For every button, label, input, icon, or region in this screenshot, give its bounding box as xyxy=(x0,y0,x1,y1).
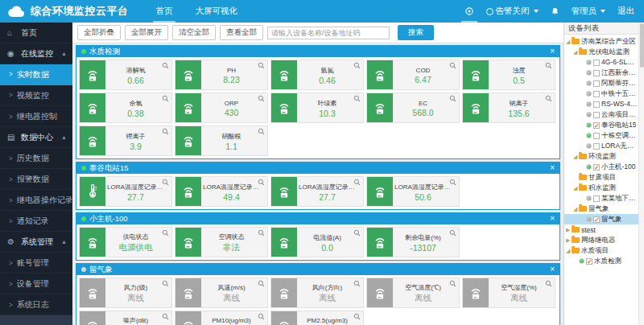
zoom-icon[interactable] xyxy=(353,95,361,102)
tree-node[interactable]: LORA无线采集监控 xyxy=(564,141,638,151)
tree-node[interactable]: 阿斯蒂芬气象站 xyxy=(564,78,638,88)
zoom-icon[interactable] xyxy=(258,229,265,237)
caret-icon[interactable]: ◢ xyxy=(566,39,572,44)
checkbox[interactable] xyxy=(593,80,600,87)
tree-node[interactable]: ◢ 济南某综合产业区 xyxy=(564,36,638,47)
checkbox[interactable] xyxy=(593,216,600,223)
zoom-icon[interactable] xyxy=(162,313,169,320)
logout-button[interactable]: 退出 xyxy=(617,0,634,23)
zoom-icon[interactable] xyxy=(545,95,552,102)
caret-icon[interactable]: ◢ xyxy=(573,49,579,55)
caret-icon[interactable]: ◢ xyxy=(566,248,572,253)
tree-node[interactable]: 云南项目温湿度记录 xyxy=(564,109,638,120)
zoom-icon[interactable] xyxy=(353,313,361,320)
checkbox[interactable] xyxy=(586,258,592,265)
tree-node[interactable]: 甘肃项目 xyxy=(564,172,638,183)
search-button[interactable]: 搜索 xyxy=(398,25,434,40)
tree-node[interactable]: ▶ 网络继电器 xyxy=(564,235,638,245)
tree-node[interactable]: ◢ 积水监测 xyxy=(564,183,638,193)
tree-node[interactable]: 留气象 xyxy=(564,214,638,224)
sidebar-item-7[interactable]: > 报警数据 ▲ xyxy=(0,169,72,190)
zoom-icon[interactable] xyxy=(258,128,265,135)
checkbox[interactable] xyxy=(593,133,600,139)
zoom-icon[interactable] xyxy=(258,313,265,320)
checkbox[interactable] xyxy=(593,70,600,76)
view-all-button[interactable]: 查看全部 xyxy=(220,25,263,40)
sidebar-item-1[interactable]: ◉ > 在线监控 ▲ xyxy=(0,43,72,64)
tree-node[interactable]: ◢ 环境监测 xyxy=(564,151,638,162)
sidebar-item-8[interactable]: > 继电器操作记录 ▲ xyxy=(0,190,72,211)
sidebar-item-10[interactable]: ⚙ > 系统管理 ▲ xyxy=(0,232,72,253)
zoom-icon[interactable] xyxy=(258,62,265,69)
zoom-icon[interactable] xyxy=(353,179,361,186)
zoom-icon[interactable] xyxy=(162,280,169,287)
zoom-icon[interactable] xyxy=(449,229,456,237)
checkbox[interactable] xyxy=(593,91,600,97)
caret-icon[interactable]: ◢ xyxy=(573,206,579,212)
search-input[interactable] xyxy=(267,27,390,39)
zoom-icon[interactable] xyxy=(258,179,265,186)
sidebar-item-13[interactable]: > 系统日志 ▲ xyxy=(0,294,72,315)
tree-node[interactable]: RS-WS-4G-6项目 xyxy=(564,99,638,109)
nav-home[interactable]: 首页 xyxy=(145,0,184,23)
tree-node[interactable]: ◢ 光伏电站监测 xyxy=(564,47,638,57)
zoom-icon[interactable] xyxy=(162,62,169,69)
zoom-icon[interactable] xyxy=(449,62,456,69)
checkbox[interactable] xyxy=(593,60,600,66)
tree-node[interactable]: ◢ 水质项目 xyxy=(564,245,638,256)
close-icon[interactable]: × xyxy=(550,47,555,56)
caret-icon[interactable]: ◢ xyxy=(573,154,579,159)
sidebar-item-2[interactable]: > 实时数据 ▲ xyxy=(0,64,72,85)
checkbox[interactable] xyxy=(593,143,600,150)
tree-node[interactable]: 中铁十五局光伏电站 xyxy=(564,88,638,99)
zoom-icon[interactable] xyxy=(353,229,361,237)
tree-node[interactable]: ◢ 留气象 xyxy=(564,204,638,214)
checkbox[interactable] xyxy=(593,101,600,108)
zoom-icon[interactable] xyxy=(162,95,169,102)
expand-all-button[interactable]: 全部展开 xyxy=(125,25,168,40)
sidebar-item-12[interactable]: > 设备管理 ▲ xyxy=(0,274,72,294)
checkbox[interactable] xyxy=(593,195,600,202)
collapse-all-button[interactable]: 全部折叠 xyxy=(77,25,121,40)
scrollbar-thumb[interactable] xyxy=(640,23,644,68)
sidebar-item-4[interactable]: > 继电器控制 ▲ xyxy=(0,106,72,127)
tree-node[interactable]: 十栋空调电流采集 xyxy=(564,130,638,141)
caret-icon[interactable]: ▶ xyxy=(566,227,572,232)
tree-node[interactable]: ▶ stest xyxy=(564,224,638,235)
checkbox[interactable] xyxy=(593,122,600,129)
zoom-icon[interactable] xyxy=(449,280,456,287)
checkbox[interactable] xyxy=(593,164,600,171)
alarm-toggle[interactable]: 告警关闭 xyxy=(486,0,539,23)
zoom-icon[interactable] xyxy=(353,280,361,287)
sidebar-item-11[interactable]: > 账号管理 ▲ xyxy=(0,253,72,274)
notifications-bell[interactable] xyxy=(551,0,559,23)
zoom-icon[interactable] xyxy=(545,280,552,287)
nav-bigscreen[interactable]: 大屏可视化 xyxy=(184,0,250,23)
zoom-icon[interactable] xyxy=(162,179,169,186)
zoom-icon[interactable] xyxy=(258,95,265,102)
caret-icon[interactable]: ◢ xyxy=(573,185,579,191)
zoom-icon[interactable] xyxy=(449,179,456,186)
user-menu[interactable]: 管理员 xyxy=(572,0,606,23)
close-icon[interactable]: × xyxy=(550,164,555,172)
tree-node[interactable]: 江西新余试点 xyxy=(564,68,638,78)
tree-node[interactable]: 泰谷电站15 xyxy=(564,120,638,130)
caret-icon[interactable]: ▶ xyxy=(566,237,572,243)
sidebar-item-5[interactable]: ▤ > 数据中心 ▲ xyxy=(0,127,72,148)
zoom-icon[interactable] xyxy=(258,280,265,287)
tree-node[interactable]: 4G-6-SL超低温 xyxy=(564,57,638,68)
zoom-icon[interactable] xyxy=(353,62,361,69)
tree-node[interactable]: 小主机-100 xyxy=(564,162,638,172)
monitor-view-icon[interactable] xyxy=(464,0,474,23)
zoom-icon[interactable] xyxy=(162,128,169,135)
sidebar-item-6[interactable]: > 历史数据 ▲ xyxy=(0,148,72,169)
clear-all-button[interactable]: 清空全部 xyxy=(172,25,216,40)
tree-node[interactable]: 水质检测 xyxy=(564,256,638,266)
checkbox[interactable] xyxy=(593,112,600,118)
close-icon[interactable]: × xyxy=(550,215,555,223)
tree-node[interactable]: 某某地下管廊积水监测 xyxy=(564,193,638,204)
scrollbar[interactable] xyxy=(638,23,644,325)
zoom-icon[interactable] xyxy=(162,229,169,237)
sidebar-item-3[interactable]: > 视频监控 ▲ xyxy=(0,85,72,106)
zoom-icon[interactable] xyxy=(449,95,456,102)
